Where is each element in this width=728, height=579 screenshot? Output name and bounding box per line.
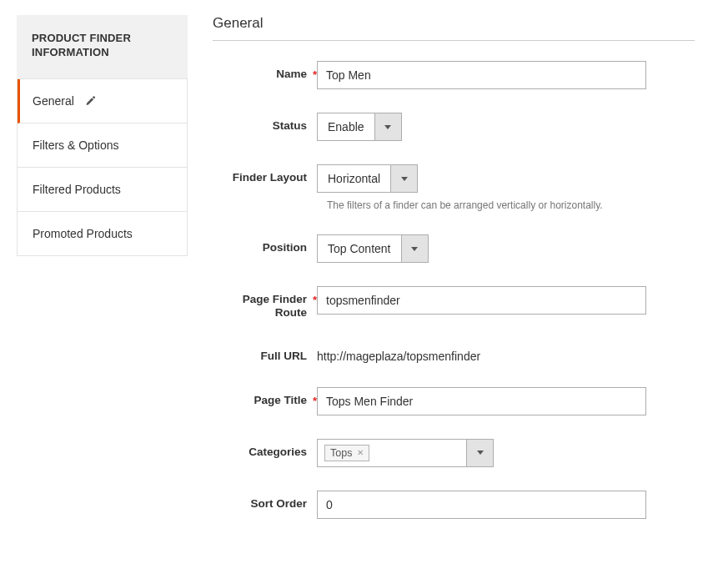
sidebar-item-filtered-products[interactable]: Filtered Products xyxy=(18,168,187,212)
required-asterisk: * xyxy=(313,294,317,307)
label-sort-order: Sort Order xyxy=(213,491,317,511)
row-status: Status Enable xyxy=(213,113,695,141)
row-finder-layout: Finder Layout Horizontal xyxy=(213,164,695,193)
row-position: Position Top Content xyxy=(213,234,695,263)
categories-tags: Tops ✕ xyxy=(318,445,466,461)
chevron-down-icon xyxy=(390,165,417,192)
row-categories: Categories Tops ✕ xyxy=(213,439,695,467)
name-input[interactable] xyxy=(317,61,646,89)
position-select[interactable]: Top Content xyxy=(317,234,429,263)
sidebar-item-promoted-products[interactable]: Promoted Products xyxy=(18,212,187,255)
sidebar-item-label: Filters & Options xyxy=(33,138,118,152)
label-finder-layout: Finder Layout xyxy=(213,164,317,184)
row-page-title: Page Title * xyxy=(213,387,695,415)
close-icon[interactable]: ✕ xyxy=(357,448,364,457)
sidebar-item-label: Promoted Products xyxy=(33,227,133,240)
sidebar-title: PRODUCT FINDER INFORMATION xyxy=(17,15,188,79)
main-panel: General Name * Status Enable xyxy=(213,15,711,519)
label-page-title: Page Title * xyxy=(213,387,317,407)
sort-order-input[interactable] xyxy=(317,491,646,519)
chevron-down-icon xyxy=(466,440,493,466)
status-select[interactable]: Enable xyxy=(317,113,402,141)
status-select-value: Enable xyxy=(318,120,374,133)
label-position: Position xyxy=(213,234,317,254)
required-asterisk: * xyxy=(313,395,317,408)
pencil-icon xyxy=(84,95,96,107)
label-categories: Categories xyxy=(213,439,317,459)
position-select-value: Top Content xyxy=(318,242,401,255)
sidebar: PRODUCT FINDER INFORMATION General Filte… xyxy=(17,15,188,519)
row-full-url: Full URL http://mageplaza/topsmenfinder xyxy=(213,343,695,363)
label-full-url: Full URL xyxy=(213,343,317,363)
chevron-down-icon xyxy=(374,113,401,140)
label-status: Status xyxy=(213,113,317,133)
finder-layout-select-value: Horizontal xyxy=(318,172,390,185)
page-title-input[interactable] xyxy=(317,387,646,415)
section-title: General xyxy=(213,15,695,41)
label-page-finder-route: Page Finder Route * xyxy=(213,286,317,320)
full-url-value: http://mageplaza/topsmenfinder xyxy=(317,343,695,363)
row-name: Name * xyxy=(213,61,695,89)
sidebar-item-filters-options[interactable]: Filters & Options xyxy=(18,123,187,168)
finder-layout-select[interactable]: Horizontal xyxy=(317,164,418,193)
sidebar-item-general[interactable]: General xyxy=(18,79,187,123)
finder-layout-help: The filters of a finder can be arranged … xyxy=(327,199,695,211)
page-finder-route-input[interactable] xyxy=(317,286,646,315)
sidebar-item-label: General xyxy=(33,94,74,108)
category-chip: Tops ✕ xyxy=(324,445,369,461)
row-page-finder-route: Page Finder Route * xyxy=(213,286,695,320)
required-asterisk: * xyxy=(313,68,317,82)
row-sort-order: Sort Order xyxy=(213,491,695,519)
category-chip-label: Tops xyxy=(330,447,352,459)
categories-multiselect[interactable]: Tops ✕ xyxy=(317,439,494,467)
chevron-down-icon xyxy=(401,235,428,262)
sidebar-item-label: Filtered Products xyxy=(33,183,121,196)
sidebar-tabs: General Filters & Options Filtered Produ… xyxy=(17,79,188,256)
label-name: Name * xyxy=(213,61,317,81)
